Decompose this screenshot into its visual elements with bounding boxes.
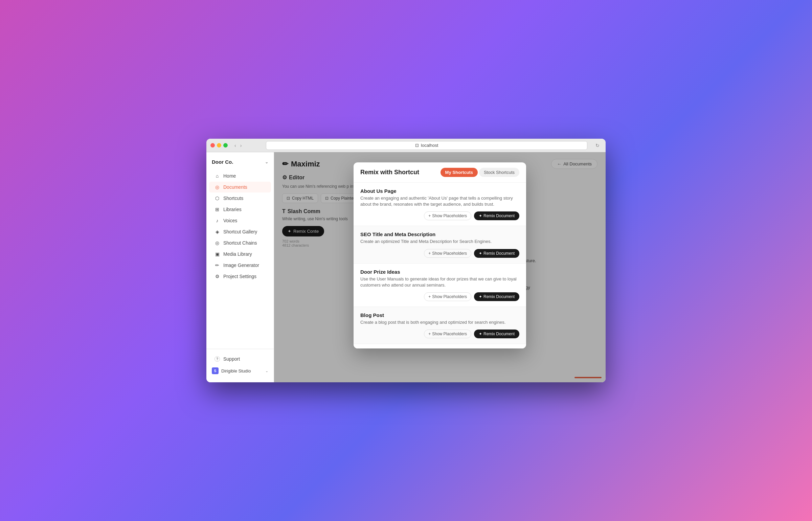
sidebar-header: Door Co. ⌄ — [206, 158, 274, 170]
sidebar-item-label: Image Generator — [223, 263, 259, 268]
workspace-selector[interactable]: S Dirigible Studio ⌄ — [206, 365, 274, 377]
shortcut-card-door-prize: Door Prize Ideas Use the User Manuals to… — [354, 264, 526, 307]
remix-doc-icon: ✦ — [479, 213, 482, 218]
shortcut-actions-seo: + Show Placeholders ✦ Remix Document — [360, 249, 519, 258]
show-placeholders-seo-button[interactable]: + Show Placeholders — [424, 249, 471, 258]
sidebar-item-shortcut-chains[interactable]: ◎ Shortcut Chains — [209, 237, 271, 248]
show-placeholders-door-prize-button[interactable]: + Show Placeholders — [424, 292, 471, 301]
remix-document-door-prize-button[interactable]: ✦ Remix Document — [474, 292, 519, 301]
url-icon: ⊡ — [415, 143, 419, 148]
url-text: localhost — [421, 143, 438, 148]
remix-doc-blog-label: Remix Document — [483, 332, 515, 336]
shortcut-desc-door-prize: Use the User Manuals to generate ideas f… — [360, 276, 519, 288]
sidebar-item-documents[interactable]: ◎ Documents — [209, 182, 271, 192]
remix-doc-label: Remix Document — [483, 213, 515, 218]
sidebar-item-image-generator[interactable]: ✏ Image Generator — [209, 260, 271, 271]
sidebar: Door Co. ⌄ ⌂ Home ◎ Documents ⬡ Shortcut… — [206, 152, 274, 382]
sidebar-item-label: Shortcut Gallery — [223, 229, 257, 234]
traffic-lights — [210, 143, 228, 148]
brand-name: Door Co. — [212, 159, 233, 165]
remix-document-blog-button[interactable]: ✦ Remix Document — [474, 330, 519, 338]
shortcut-chains-icon: ◎ — [215, 240, 220, 246]
media-library-icon: ▣ — [215, 251, 220, 257]
shortcut-desc-about-us: Create an engaging and authentic 'About … — [360, 195, 519, 207]
browser-chrome: ‹ › ⊡ localhost ↻ — [206, 139, 606, 152]
sidebar-nav: ⌂ Home ◎ Documents ⬡ Shortcuts ⊞ Librari… — [206, 170, 274, 349]
nav-buttons: ‹ › — [233, 142, 243, 149]
sidebar-footer: ? Support S Dirigible Studio ⌄ — [206, 349, 274, 377]
workspace-chevron: ⌄ — [265, 369, 268, 373]
back-button[interactable]: ‹ — [233, 142, 238, 149]
sidebar-item-project-settings[interactable]: ⚙ Project Settings — [209, 271, 271, 282]
remix-modal: Remix with Shortcut My Shortcuts Stock S… — [354, 162, 526, 348]
shortcut-actions-door-prize: + Show Placeholders ✦ Remix Document — [360, 292, 519, 301]
placeholders-plus-icon-seo: + — [428, 251, 431, 256]
shortcut-gallery-icon: ◈ — [215, 229, 220, 234]
sidebar-item-label: Libraries — [223, 207, 242, 212]
stock-shortcuts-tab[interactable]: Stock Shortcuts — [479, 168, 519, 177]
shortcut-name-seo: SEO Title and Meta Description — [360, 231, 519, 237]
shortcut-actions-blog-post: + Show Placeholders ✦ Remix Document — [360, 330, 519, 338]
shortcut-name-about-us: About Us Page — [360, 188, 519, 194]
sidebar-item-voices[interactable]: ♪ Voices — [209, 215, 271, 226]
brand-chevron[interactable]: ⌄ — [265, 160, 268, 164]
libraries-icon: ⊞ — [215, 207, 220, 212]
address-bar[interactable]: ⊡ localhost — [266, 141, 587, 150]
modal-header: Remix with Shortcut My Shortcuts Stock S… — [354, 162, 526, 183]
modal-tabs: My Shortcuts Stock Shortcuts — [441, 168, 519, 177]
main-content: ✏ Maximiz ← All Documents ⚙ Editor You c… — [274, 152, 606, 382]
shortcut-card-content-starter: Content Starter Provide details about th… — [354, 344, 526, 348]
sidebar-item-label: Home — [223, 173, 236, 179]
show-placeholders-blog-button[interactable]: + Show Placeholders — [424, 330, 471, 338]
sidebar-item-label: Voices — [223, 218, 237, 223]
remix-doc-seo-label: Remix Document — [483, 251, 515, 256]
sidebar-item-label: Project Settings — [223, 274, 256, 279]
sidebar-item-home[interactable]: ⌂ Home — [209, 171, 271, 181]
shortcut-card-blog-post: Blog Post Create a blog post that is bot… — [354, 307, 526, 344]
remix-doc-door-label: Remix Document — [483, 294, 515, 299]
shortcut-name-blog-post: Blog Post — [360, 312, 519, 318]
show-placeholders-door-label: Show Placeholders — [432, 294, 467, 299]
remix-doc-icon-blog: ✦ — [479, 332, 482, 336]
modal-body: About Us Page Create an engaging and aut… — [354, 183, 526, 348]
sidebar-item-label: Shortcuts — [223, 196, 243, 201]
shortcut-name-door-prize: Door Prize Ideas — [360, 269, 519, 275]
remix-document-seo-button[interactable]: ✦ Remix Document — [474, 249, 519, 258]
documents-icon: ◎ — [215, 184, 220, 190]
my-shortcuts-tab[interactable]: My Shortcuts — [441, 168, 478, 177]
modal-title: Remix with Shortcut — [360, 169, 419, 176]
remix-doc-icon-seo: ✦ — [479, 251, 482, 256]
support-icon: ? — [215, 356, 220, 362]
sidebar-item-shortcut-gallery[interactable]: ◈ Shortcut Gallery — [209, 226, 271, 237]
sidebar-item-label: Shortcut Chains — [223, 240, 257, 246]
app-body: Door Co. ⌄ ⌂ Home ◎ Documents ⬡ Shortcut… — [206, 152, 606, 382]
show-placeholders-about-us-button[interactable]: + Show Placeholders — [424, 211, 471, 220]
shortcut-desc-seo: Create an optimized Title and Meta Descr… — [360, 239, 519, 245]
reload-button[interactable]: ↻ — [593, 142, 602, 149]
voices-icon: ♪ — [215, 218, 220, 223]
forward-button[interactable]: › — [239, 142, 243, 149]
close-traffic-light[interactable] — [210, 143, 215, 148]
sidebar-item-libraries[interactable]: ⊞ Libraries — [209, 204, 271, 215]
remix-doc-icon-door: ✦ — [479, 294, 482, 299]
sidebar-item-support[interactable]: ? Support — [209, 354, 271, 364]
minimize-traffic-light[interactable] — [217, 143, 221, 148]
show-placeholders-label: Show Placeholders — [432, 213, 467, 218]
workspace-avatar: S — [212, 367, 219, 374]
shortcut-desc-blog-post: Create a blog post that is both engaging… — [360, 319, 519, 325]
show-placeholders-seo-label: Show Placeholders — [432, 251, 467, 256]
image-generator-icon: ✏ — [215, 263, 220, 268]
workspace-name: Dirigible Studio — [221, 368, 251, 373]
browser-window: ‹ › ⊡ localhost ↻ Door Co. ⌄ ⌂ Home ◎ — [206, 139, 606, 382]
placeholders-plus-icon-blog: + — [428, 332, 431, 336]
fullscreen-traffic-light[interactable] — [223, 143, 228, 148]
project-settings-icon: ⚙ — [215, 274, 220, 279]
sidebar-item-shortcuts[interactable]: ⬡ Shortcuts — [209, 193, 271, 204]
remix-document-about-us-button[interactable]: ✦ Remix Document — [474, 211, 519, 220]
shortcuts-icon: ⬡ — [215, 196, 220, 201]
sidebar-item-label: Documents — [223, 184, 247, 190]
sidebar-item-media-library[interactable]: ▣ Media Library — [209, 249, 271, 259]
shortcut-card-seo: SEO Title and Meta Description Create an… — [354, 226, 526, 263]
support-label: Support — [223, 356, 240, 362]
placeholders-plus-icon-door: + — [428, 294, 431, 299]
